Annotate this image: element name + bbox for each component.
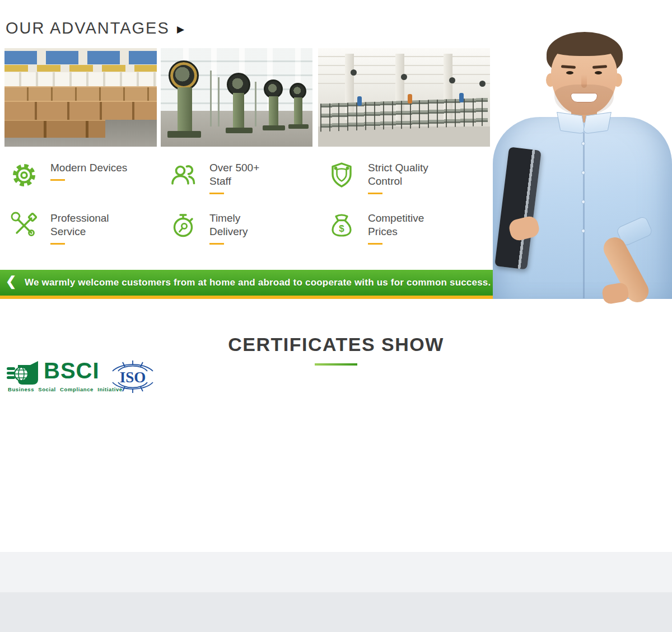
welcome-banner-text: We warmly welcome customers from at home…	[25, 270, 491, 296]
shirt-button	[581, 171, 585, 175]
money-bag-icon: $	[328, 212, 356, 240]
advantage-item: TimelyDelivery	[169, 212, 320, 245]
machine-stand	[210, 71, 212, 127]
advantage-item: ProfessionalService	[10, 212, 161, 245]
machine-stand	[218, 77, 220, 127]
smile	[571, 93, 598, 102]
advantage-item: Strict QualityControl	[328, 161, 479, 194]
machine-base	[226, 128, 253, 133]
bsci-wordmark: BSCI	[44, 358, 100, 383]
advantage-label: Prices	[368, 225, 424, 238]
gear-icon	[10, 161, 38, 189]
eyebrow	[561, 65, 576, 69]
certificates-section: CERTIFICATES SHOW BSCI Business Social C…	[0, 299, 672, 632]
carton-stack-row	[4, 101, 157, 120]
assembly-tables	[320, 98, 488, 132]
advantage-label: Over 500+	[209, 161, 259, 175]
nose	[581, 74, 587, 88]
machine-body	[294, 97, 302, 125]
wall-fan	[401, 74, 407, 80]
company-representative-photo	[493, 32, 672, 299]
page-title: OUR ADVANTAGES	[6, 19, 170, 38]
orange-underline	[50, 179, 65, 181]
wall-fan	[351, 69, 357, 76]
page: OUR ADVANTAGES ▶	[0, 0, 672, 632]
flywheel	[169, 60, 199, 91]
collar-right	[582, 112, 612, 134]
title-arrow-icon: ▶	[177, 24, 184, 35]
machine-base	[263, 125, 285, 130]
iso-wordmark: ISO	[120, 369, 146, 386]
machine-stand	[255, 82, 256, 127]
svg-text:$: $	[339, 223, 344, 234]
orange-underline	[368, 193, 382, 194]
wall-fan	[479, 81, 486, 87]
advantage-item: Modern Devices	[10, 161, 161, 189]
shirt-button	[581, 142, 585, 146]
worker-figure	[459, 93, 464, 102]
worker-figure	[357, 96, 362, 106]
factory-photo-warehouse[interactable]	[4, 48, 157, 147]
wall-fan	[449, 77, 455, 83]
eyebrow	[592, 65, 607, 69]
advantage-label: Service	[50, 225, 109, 238]
advantage-label: Timely	[209, 212, 248, 225]
advantage-label: Modern Devices	[50, 161, 127, 175]
warehouse-blue-stripe	[4, 51, 157, 64]
section-title: CERTIFICATES SHOW	[0, 334, 672, 355]
worker-figure	[408, 94, 412, 104]
advantage-item: $ CompetitivePrices	[328, 212, 479, 245]
orange-underline	[209, 193, 224, 194]
orange-underline	[50, 243, 65, 245]
eye	[595, 71, 602, 74]
advantage-label: Staff	[209, 175, 259, 188]
chevron-left-icon[interactable]: ❮	[6, 274, 16, 289]
iso-logo: ISO	[109, 359, 157, 394]
shirt-placket	[583, 133, 585, 298]
flywheel	[264, 79, 283, 99]
orange-underline	[368, 243, 382, 245]
warehouse-windows	[4, 72, 157, 87]
machine-body	[269, 96, 278, 128]
shirt-button	[581, 229, 585, 233]
advantage-label: Competitive	[368, 212, 424, 225]
advantage-label: Strict Quality	[368, 161, 428, 175]
shirt-button	[581, 200, 585, 204]
factory-photo-assembly-hall[interactable]	[318, 48, 490, 147]
tools-icon	[10, 212, 38, 240]
advantage-label: Professional	[50, 212, 109, 225]
warehouse-yellow-stripe	[4, 65, 157, 72]
orange-underline	[209, 243, 224, 245]
factory-photo-press-machines[interactable]	[161, 48, 312, 147]
green-underline	[315, 363, 357, 366]
stopwatch-icon	[169, 212, 197, 240]
machine-body	[233, 93, 244, 130]
advantage-label: Delivery	[209, 225, 248, 238]
bsci-hand-globe-icon	[7, 359, 43, 388]
face	[551, 41, 617, 114]
bsci-tagline: Business Social Compliance Initiative	[8, 386, 123, 392]
carton-stack-row	[4, 120, 105, 138]
advantage-item: Over 500+Staff	[169, 161, 320, 194]
machine-base	[288, 124, 309, 129]
eye	[566, 71, 573, 74]
staff-users-icon	[169, 161, 197, 189]
collar-left	[557, 112, 586, 134]
carton-stack-row	[4, 86, 157, 101]
shield-icon	[328, 161, 356, 189]
machine-base	[167, 131, 201, 138]
advantage-label: Control	[368, 175, 428, 188]
machine-body	[178, 87, 192, 133]
